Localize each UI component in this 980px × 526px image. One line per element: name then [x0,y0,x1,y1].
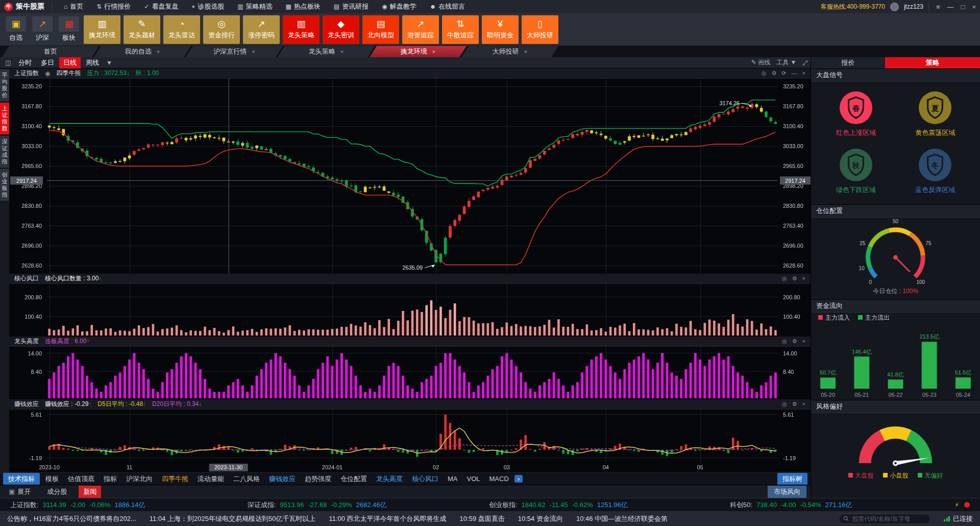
panel-close-icon[interactable]: × [802,401,805,408]
market-wind-button[interactable]: 市场风向 [768,486,806,498]
tools-button[interactable]: 工具 ▼ [776,58,796,67]
indicator-item-模板[interactable]: 模板 [42,473,62,485]
tab-quote[interactable]: 报价 [811,57,885,68]
maximize-icon[interactable]: □ [961,3,965,11]
ticker-item[interactable]: 10:54 资金流向 [518,514,563,523]
constituents-button[interactable]: 成分股 [42,486,71,498]
side-tab-上证指数[interactable]: 上证指数 [0,103,9,134]
period-周线[interactable]: 周线 [82,57,103,68]
fengkou-chart-canvas[interactable] [9,284,811,337]
toolbar-button-涨停密码[interactable]: ↗涨停密码 [243,15,280,44]
tab-擒龙环境[interactable]: 擒龙环境× [370,46,467,57]
indicator-item-VOL[interactable]: VOL [463,474,484,484]
indicator-item-仓位配置[interactable]: 仓位配置 [337,473,371,485]
topmenu-item-在线留言[interactable]: ☻在线留言 [423,0,472,13]
toolbar-button-沪深[interactable]: ↗沪深 [31,15,54,44]
indicator-item-趋势强度[interactable]: 趋势强度 [301,473,335,485]
fengkou-title[interactable]: 核心风口 [14,274,39,283]
indicator-item-指标[interactable]: 指标 [100,473,120,485]
toolbar-button-北向模型[interactable]: ▤北向模型 [362,15,399,44]
indicator-item-赚钱效应[interactable]: 赚钱效应 [265,473,299,485]
minimize-icon[interactable]: — [947,3,954,11]
indicator-tree-button[interactable]: 指标树 [777,473,807,485]
tab-沪深京行情[interactable]: 沪深京行情× [186,46,283,57]
toolbar-button-龙头策略[interactable]: ▥龙头策略 [283,15,320,44]
panel-close-icon[interactable]: × [802,70,805,77]
toolbar-button-聪明资金[interactable]: ¥聪明资金 [482,15,519,44]
status-index-科创50[interactable]: 科创50:738.40-4.00-0.54%271.16亿 [730,500,852,510]
menu-icon[interactable]: ≡ [936,3,940,11]
topmenu-item-看盘复盘[interactable]: ✓看盘复盘 [137,0,185,13]
panel-settings-icon[interactable]: ⚙ [792,338,797,345]
period-分时[interactable]: 分时 [14,57,36,68]
stock-search-input[interactable] [852,515,923,522]
tab-我的自选[interactable]: 我的自选× [94,46,191,57]
side-tab-创业板指[interactable]: 创业板指 [0,169,9,201]
toolbar-button-板块[interactable]: ▦板块 [57,15,81,44]
indicator-item-二八风格[interactable]: 二八风格 [230,473,263,485]
symbol-name[interactable]: 上证指数 [14,69,39,78]
toolbar-button-自选[interactable]: ▣自选 [4,15,28,44]
period-多日[interactable]: 多日 [37,57,58,68]
indicator-item-流动量能[interactable]: 流动量能 [194,473,228,485]
fullscreen-icon[interactable]: ⤢ [802,59,807,66]
alert-icon[interactable] [964,502,970,508]
collapse-panel-icon[interactable]: ◫ [3,59,13,66]
status-index-深证成指[interactable]: 深证成指:9513.96-27.68-0.29%2682.46亿 [248,500,387,510]
username[interactable]: jtzz123 [904,3,923,10]
period-日线[interactable]: 日线 [59,57,81,68]
panel-settings-icon[interactable]: ⚙ [771,70,776,77]
panel-refresh-icon[interactable]: ⟳ [781,70,786,77]
indicator-item-沪深北向[interactable]: 沪深北向 [122,473,156,485]
topmenu-item-解盘教学[interactable]: ◉解盘教学 [375,0,423,13]
lightning-icon[interactable]: ⚡ [954,501,959,509]
news-button[interactable]: 新闻 [79,486,101,498]
topmenu-item-首页[interactable]: ⌂首页 [57,0,90,13]
toolbar-button-龙头题材[interactable]: ✎龙头题材 [124,15,160,44]
tab-close-icon[interactable]: × [524,49,527,55]
panel-target-icon[interactable]: ◎ [782,401,787,408]
panel-target-icon[interactable]: ◎ [782,338,787,345]
tab-close-icon[interactable]: × [340,49,344,55]
ticker-item[interactable]: 11:04 上海：到2025年绿电交易规模达到50亿千瓦时以上 [150,514,316,523]
panel-target-icon[interactable]: ◎ [782,275,787,282]
indicator-item-龙头高度[interactable]: 龙头高度 [373,473,406,485]
toolbar-button-资金排行[interactable]: ◎资金排行 [203,15,240,44]
panel-settings-icon[interactable]: ⚙ [792,275,797,282]
draw-line-button[interactable]: ✎ 画线 [751,58,770,67]
panel-target-icon[interactable]: ◎ [762,70,767,77]
ticker-item[interactable]: 11:00 西北太平洋今年首个台风即将生成 [329,514,446,523]
topmenu-item-诊股选股[interactable]: ⌖诊股选股 [185,0,231,13]
stock-search-box[interactable] [839,514,930,524]
toolbar-button-牛散追踪[interactable]: ⇅牛散追踪 [442,15,479,44]
indicator-more-icon[interactable]: › [514,475,523,483]
indicator-item-技术指标[interactable]: 技术指标 [3,473,40,485]
status-index-创业板指[interactable]: 创业板指:1840.62-11.45-0.62%1251.96亿 [489,500,628,510]
status-index-上证指数[interactable]: 上证指数:3114.39-2.00-0.06%1886.14亿 [10,500,145,510]
gaodu-title[interactable]: 龙头高度 [14,337,39,346]
tab-close-icon[interactable]: × [157,49,160,55]
indicator-item-MACD[interactable]: MACD [486,474,512,484]
tab-首页[interactable]: 首页 [2,46,99,57]
topmenu-item-行情报价[interactable]: ⇅行情报价 [90,0,137,13]
main-chart-canvas[interactable] [9,79,811,274]
indicator-item-四季牛熊[interactable]: 四季牛熊 [158,473,192,485]
indicator-item-MA[interactable]: MA [444,474,461,484]
toolbar-button-大师投研[interactable]: ▯大师投研 [522,15,558,44]
panel-settings-icon[interactable]: ⚙ [792,401,797,408]
indicator-toggle-label[interactable]: 四季牛熊 [56,69,81,78]
toolbar-button-龙头密训[interactable]: ◆龙头密训 [323,15,359,44]
tab-close-icon[interactable]: × [432,49,435,55]
close-icon[interactable]: × [972,3,976,11]
period-dropdown-icon[interactable]: ▼ [104,59,114,66]
tab-close-icon[interactable]: × [252,49,255,55]
topmenu-item-策略精选[interactable]: ▥策略精选 [231,0,279,13]
expand-button[interactable]: ▣ 展开 [4,486,35,498]
tab-大师投研[interactable]: 大师投研× [461,46,558,57]
panel-close-icon[interactable]: × [802,275,805,282]
panel-close-icon[interactable]: × [802,338,805,345]
panel-minimize-icon[interactable]: — [792,70,797,77]
xiaoying-chart-canvas[interactable] [9,410,811,463]
indicator-item-核心风口[interactable]: 核心风口 [408,473,442,485]
side-tab-平均股价[interactable]: 平均股价 [0,69,9,101]
